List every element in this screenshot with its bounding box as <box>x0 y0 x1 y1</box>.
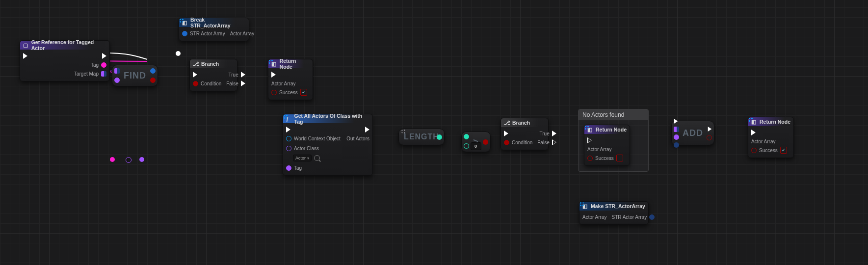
return1-success-pin[interactable] <box>271 90 277 95</box>
branch-icon: ⎇ <box>193 61 199 67</box>
greater-b-value[interactable]: 0 <box>471 142 481 150</box>
node-title: Break STR_ActorArray <box>190 17 246 28</box>
getall-class-selector[interactable]: Actor▾ <box>293 155 312 161</box>
return2-success-checkbox[interactable] <box>616 155 623 161</box>
getall-tag-pin[interactable] <box>286 165 291 171</box>
pin-targetmap-out[interactable] <box>101 71 106 77</box>
node-make-struct[interactable]: ◧ Make STR_ActorArray Actor Array STR Ac… <box>579 201 649 225</box>
node-title: Branch <box>201 61 219 67</box>
add-value-in[interactable] <box>674 142 679 148</box>
node-return-2[interactable]: ◧ Return Node Actor Array Success <box>584 125 630 166</box>
branch2-cond-pin[interactable] <box>504 140 509 145</box>
node-branch-2[interactable]: ⎇ Branch Condition True False <box>500 118 549 150</box>
return3-arr-pin[interactable] <box>748 117 753 122</box>
node-add[interactable]: ADD <box>671 121 714 145</box>
node-length[interactable]: LENGTH <box>398 129 445 145</box>
getall-class-pin[interactable] <box>286 146 291 151</box>
branch2-exec-in[interactable] <box>504 131 508 136</box>
branch2-true-pin[interactable] <box>552 131 556 136</box>
exec-out-pin[interactable] <box>102 53 106 59</box>
add-bool-out[interactable] <box>707 135 712 140</box>
node-return-1[interactable]: ◧ Return Node Actor Array Success <box>268 59 313 100</box>
length-in-pin[interactable] <box>401 129 406 134</box>
node-title: Return Node <box>280 58 310 70</box>
comment-title: No Actors found <box>582 111 624 118</box>
node-return-3[interactable]: ◧ Return Node Actor Array Success <box>748 117 794 158</box>
node-title: Get All Actors Of Class with Tag <box>294 113 369 125</box>
getall-wco-pin[interactable] <box>286 136 291 141</box>
node-find[interactable]: FIND <box>112 65 158 86</box>
find-map-in[interactable] <box>114 68 120 74</box>
node-title: Branch <box>512 120 530 126</box>
node-get-all-actors[interactable]: ƒ Get All Actors Of Class with Tag World… <box>283 114 373 176</box>
return3-success-pin[interactable] <box>751 148 757 153</box>
branch1-cond-pin[interactable] <box>193 81 198 86</box>
node-title: Return Node <box>596 127 627 132</box>
return1-success-checkbox[interactable] <box>300 89 307 96</box>
greater-b-pin[interactable] <box>464 143 469 149</box>
length-label: LENGTH <box>404 132 439 141</box>
reroute-tag-1[interactable] <box>110 157 115 162</box>
getall-exec-in[interactable] <box>286 127 290 132</box>
return2-arr-pin[interactable] <box>584 125 589 130</box>
node-title: Make STR_ActorArray <box>591 203 645 209</box>
make-in-pin[interactable] <box>579 202 584 207</box>
greater-out-pin[interactable] <box>483 139 488 145</box>
break-out-pin[interactable] <box>179 18 184 23</box>
node-branch-1[interactable]: ⎇ Branch Condition True False <box>189 59 237 91</box>
branch1-true-pin[interactable] <box>241 72 245 78</box>
return2-exec-in[interactable] <box>587 137 592 143</box>
branch1-exec-in[interactable] <box>193 72 197 78</box>
add-map-in[interactable] <box>674 127 679 132</box>
getall-exec-out[interactable] <box>365 127 369 132</box>
reroute-exec-1[interactable] <box>176 51 181 56</box>
search-icon[interactable] <box>314 155 320 161</box>
return1-arr-pin[interactable] <box>268 59 273 64</box>
add-exec-in[interactable] <box>674 119 678 124</box>
find-bool-out[interactable] <box>150 78 156 83</box>
branch2-false-pin[interactable] <box>552 139 556 145</box>
length-out-pin[interactable] <box>437 134 442 140</box>
getall-out-pin[interactable] <box>283 114 288 119</box>
node-title: Get Reference for Tagged Actor <box>31 39 106 51</box>
node-title: Return Node <box>760 119 790 125</box>
return3-success-checkbox[interactable] <box>780 147 787 154</box>
add-label: ADD <box>683 128 703 138</box>
add-key-in[interactable] <box>674 134 679 140</box>
return3-exec-in[interactable] <box>751 130 756 135</box>
branch1-false-pin[interactable] <box>241 80 245 86</box>
find-label: FIND <box>124 71 146 81</box>
find-value-out[interactable] <box>150 68 156 74</box>
exec-in-pin[interactable] <box>23 53 27 59</box>
node-greater[interactable]: > 0 <box>461 132 491 152</box>
add-exec-out[interactable] <box>708 126 712 131</box>
reroute-tag-2[interactable] <box>139 157 144 162</box>
node-break-struct[interactable]: ◧ Break STR_ActorArray STR Actor Array A… <box>179 18 249 41</box>
function-icon: ▢ <box>23 42 29 48</box>
node-get-reference[interactable]: ▢ Get Reference for Tagged Actor Tag Tar… <box>20 40 110 81</box>
greater-a-pin[interactable] <box>464 134 469 139</box>
find-key-in[interactable] <box>114 78 120 83</box>
return1-exec-in[interactable] <box>271 72 276 78</box>
break-in-pin[interactable] <box>182 31 187 36</box>
pin-tag-out[interactable] <box>101 62 106 68</box>
reroute-tag-box[interactable] <box>126 157 132 163</box>
branch-icon: ⎇ <box>504 120 510 126</box>
make-out-pin[interactable] <box>649 214 655 220</box>
return2-success-pin[interactable] <box>587 156 593 161</box>
